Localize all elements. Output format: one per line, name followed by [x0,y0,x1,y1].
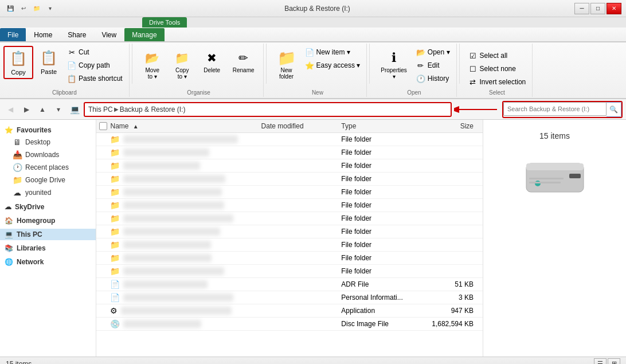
row-check-13[interactable] [96,307,110,315]
table-row[interactable]: 📁 File folder [96,199,483,212]
file-name-blurred-3 [123,175,225,183]
paste-button[interactable]: 📋 Paste [34,46,63,78]
table-row[interactable]: 📁 File folder [96,225,483,238]
row-check-6[interactable] [96,214,110,222]
rename-button[interactable]: ✏ Rename [228,46,260,76]
forward-button[interactable]: ▶ [19,103,33,116]
file-list: Name ▲ Date modified Type Size 📁 Fi [96,120,483,357]
undo-icon[interactable]: ↩ [18,3,29,14]
sidebar-item-desktop[interactable]: 🖥 Desktop [0,136,96,148]
history-button[interactable]: 🕐 History [413,72,453,85]
table-row[interactable]: 📁 File folder [96,238,483,252]
row-check-2[interactable] [96,162,110,170]
easy-access-button[interactable]: ⭐ Easy access ▾ [302,59,363,72]
tab-manage[interactable]: Manage [124,28,164,41]
search-input[interactable] [503,102,607,116]
select-all-checkbox[interactable] [99,122,107,130]
table-row[interactable]: 📄 Personal Informati... 3 KB [96,291,483,304]
table-row[interactable]: 📁 File folder [96,186,483,199]
delete-button[interactable]: ✖ Delete [198,46,226,76]
sidebar-header-skydrive[interactable]: ☁ SkyDrive [0,201,96,213]
drive-tools-tab[interactable]: Drive Tools [142,17,187,28]
invert-selection-button[interactable]: ⇄ Invert selection [465,76,529,88]
table-row[interactable]: 📁 File folder [96,265,483,278]
paste-icon: 📋 [40,49,58,67]
sidebar-header-libraries[interactable]: 📚 Libraries [0,242,96,254]
table-row[interactable]: 📁 File folder [96,159,483,173]
select-all-button[interactable]: ☑ Select all [465,49,529,62]
sidebar-item-google-drive[interactable]: 📁 Google Drive [0,174,96,186]
copy-button[interactable]: 📋 Copy [3,46,33,79]
table-row[interactable]: 📁 File folder [96,212,483,225]
open-button[interactable]: 📂 Open ▾ [413,46,453,58]
google-drive-icon: 📁 [13,175,22,185]
cut-button[interactable]: ✂ Cut [64,46,126,58]
sidebar-header-this-pc[interactable]: 💻 This PC [0,229,96,240]
row-check-0[interactable] [96,135,110,143]
row-check-14[interactable] [96,320,110,328]
row-check-1[interactable] [96,148,110,156]
tab-view[interactable]: View [94,28,124,41]
table-row[interactable]: 📁 File folder [96,173,483,186]
copy-to-button[interactable]: 📁 Copyto ▾ [168,46,197,83]
header-name[interactable]: Name ▲ [110,122,261,130]
minimize-button[interactable]: ─ [574,3,589,14]
row-check-8[interactable] [96,241,110,249]
move-to-button[interactable]: 📂 Moveto ▾ [138,46,167,83]
header-size[interactable]: Size [421,122,483,130]
edit-icon: ✏ [416,61,425,70]
row-name-1: 📁 [110,148,261,157]
row-check-5[interactable] [96,201,110,209]
sidebar-item-younited[interactable]: ☁ younited [0,186,96,199]
ribbon-group-select: ☑ Select all ☐ Select none ⇄ Invert sele… [462,44,533,97]
new-folder-button[interactable]: 📁 Newfolder [272,46,301,83]
copy-path-icon: 📄 [67,61,76,70]
table-row[interactable]: 📁 File folder [96,146,483,159]
row-name-12: 📄 [110,293,261,302]
table-row[interactable]: 📄 ADR File 51 KB [96,278,483,291]
table-row[interactable]: 📁 File folder [96,252,483,265]
table-row[interactable]: ⚙ Application 947 KB [96,304,483,318]
sidebar-item-recent-places[interactable]: 🕐 Recent places [0,161,96,174]
dropdown-icon[interactable]: ▾ [44,3,56,14]
sidebar-header-network[interactable]: 🌐 Network [0,256,96,268]
recent-locations-button[interactable]: ▾ [52,103,65,116]
save-icon[interactable]: 💾 [5,3,16,14]
back-button[interactable]: ◀ [3,103,17,116]
row-check-11[interactable] [96,280,110,288]
maximize-button[interactable]: □ [590,3,605,14]
select-none-button[interactable]: ☐ Select none [465,62,529,75]
edit-button[interactable]: ✏ Edit [413,59,453,72]
header-date[interactable]: Date modified [261,122,342,130]
large-icons-view-button[interactable]: ⊞ [608,358,620,365]
select-buttons: ☑ Select all ☐ Select none ⇄ Invert sele… [465,49,529,88]
up-button[interactable]: ▲ [36,103,49,116]
address-box[interactable]: This PC ▶ Backup & Restore (I:) [84,102,452,117]
copy-path-button[interactable]: 📄 Copy path [64,59,126,72]
table-row[interactable]: 📁 File folder [96,133,483,146]
star-icon: ⭐ [5,126,13,134]
row-check-4[interactable] [96,188,110,196]
table-row[interactable]: 💿 Disc Image File 1,682,594 KB [96,318,483,331]
row-check-12[interactable] [96,293,110,302]
sidebar-header-favourites[interactable]: ⭐ Favourites [0,124,96,136]
close-button[interactable]: ✕ [607,3,621,14]
sidebar-item-downloads[interactable]: 📥 Downloads [0,148,96,161]
new-item-button[interactable]: 📄 New item ▾ [302,46,363,58]
select-none-icon: ☐ [468,64,478,73]
row-check-7[interactable] [96,228,110,236]
row-check-10[interactable] [96,267,110,275]
sidebar-header-homegroup[interactable]: 🏠 Homegroup [0,215,96,226]
row-check-3[interactable] [96,175,110,183]
paste-shortcut-button[interactable]: 📋 Paste shortcut [64,72,126,85]
properties-button[interactable]: ℹ Properties▾ [375,46,412,83]
header-type[interactable]: Type [341,122,421,130]
folder-icon[interactable]: 📁 [31,3,42,14]
tab-share[interactable]: Share [60,28,93,41]
tab-file[interactable]: File [0,28,26,41]
row-check-9[interactable] [96,254,110,262]
search-button[interactable]: 🔍 [607,102,621,117]
details-view-button[interactable]: ☰ [594,358,607,365]
ribbon-group-open: ℹ Properties▾ 📂 Open ▾ ✏ Edit 🕐 History … [372,44,456,97]
tab-home[interactable]: Home [26,28,60,41]
